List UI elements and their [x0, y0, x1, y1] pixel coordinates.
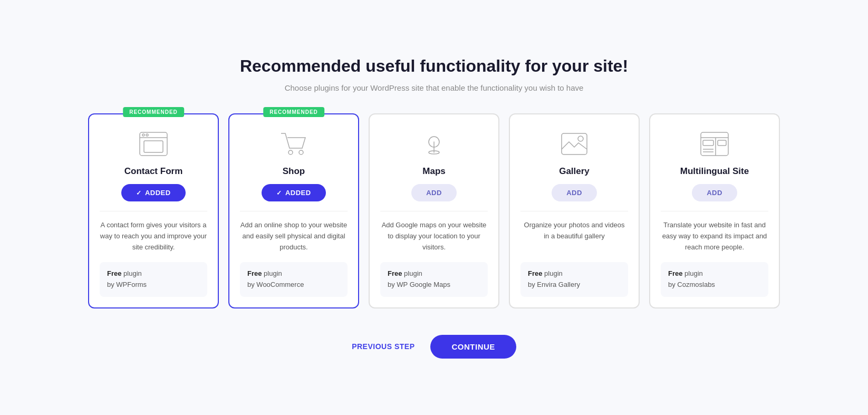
- recommended-badge: RECOMMENDED: [263, 107, 324, 117]
- recommended-badge: RECOMMENDED: [123, 107, 184, 117]
- card-icon-maps: [417, 129, 451, 159]
- card-icon-shop: [277, 129, 311, 159]
- card-icon-contact-form: [137, 129, 170, 159]
- card-description-gallery: Organize your photos and videos in a bea…: [520, 220, 628, 253]
- svg-point-10: [578, 136, 583, 141]
- add-button-multilingual[interactable]: ADD: [692, 184, 737, 201]
- card-title-contact-form: Contact Form: [124, 166, 183, 177]
- card-footer-text-gallery: Free pluginby Envira Gallery: [528, 268, 621, 291]
- svg-point-2: [142, 134, 144, 136]
- card-footer-text-contact-form: Free pluginby WPForms: [107, 268, 200, 291]
- added-button-contact-form[interactable]: ✓ADDED: [121, 184, 185, 201]
- card-footer-shop: Free pluginby WooCommerce: [240, 262, 348, 297]
- continue-button[interactable]: CONTINUE: [430, 335, 516, 359]
- svg-point-6: [299, 150, 303, 155]
- footer-actions: PREVIOUS STEP CONTINUE: [352, 335, 516, 359]
- card-title-maps: Maps: [422, 166, 445, 177]
- card-footer-text-maps: Free pluginby WP Google Maps: [388, 268, 480, 291]
- card-maps: Maps ADD Add Google maps on your website…: [369, 113, 499, 308]
- checkmark-icon: ✓: [276, 189, 282, 197]
- page-title: Recommended useful functionality for you…: [240, 56, 628, 76]
- card-footer-text-shop: Free pluginby WooCommerce: [247, 268, 340, 291]
- card-footer-maps: Free pluginby WP Google Maps: [380, 262, 488, 297]
- card-shop: RECOMMENDED Shop ✓ADDED Add an online sh…: [228, 113, 359, 308]
- checkmark-icon: ✓: [136, 189, 142, 197]
- page-subtitle: Choose plugins for your WordPress site t…: [240, 83, 628, 92]
- svg-rect-17: [718, 140, 726, 146]
- previous-step-button[interactable]: PREVIOUS STEP: [352, 342, 414, 351]
- card-multilingual: Multilingual Site ADD Translate your web…: [649, 113, 780, 308]
- card-icon-gallery: [557, 129, 591, 159]
- card-divider-maps: [380, 211, 488, 211]
- card-footer-text-multilingual: Free pluginby Cozmoslabs: [668, 268, 761, 291]
- svg-rect-9: [562, 133, 587, 155]
- card-title-shop: Shop: [283, 166, 305, 177]
- card-title-gallery: Gallery: [559, 166, 590, 177]
- card-description-shop: Add an online shop to your website and e…: [240, 220, 348, 253]
- svg-point-3: [146, 134, 148, 136]
- card-description-multilingual: Translate your website in fast and easy …: [661, 220, 768, 253]
- card-gallery: Gallery ADD Organize your photos and vid…: [509, 113, 640, 308]
- add-button-maps[interactable]: ADD: [411, 184, 457, 201]
- card-icon-multilingual: [698, 129, 731, 159]
- add-button-gallery[interactable]: ADD: [552, 184, 597, 201]
- card-divider-gallery: [520, 211, 628, 211]
- card-divider-multilingual: [661, 211, 768, 211]
- added-button-shop[interactable]: ✓ADDED: [262, 184, 325, 201]
- cards-container: RECOMMENDED Contact Form ✓ADDED A contac…: [88, 113, 780, 308]
- svg-rect-4: [144, 141, 163, 152]
- card-divider-contact-form: [100, 211, 207, 211]
- card-footer-gallery: Free pluginby Envira Gallery: [520, 262, 628, 297]
- svg-rect-14: [703, 140, 713, 146]
- card-description-maps: Add Google maps on your website to displ…: [380, 220, 488, 253]
- card-footer-multilingual: Free pluginby Cozmoslabs: [661, 262, 768, 297]
- card-description-contact-form: A contact form gives your visitors a way…: [100, 220, 207, 253]
- card-divider-shop: [240, 211, 348, 211]
- page-header: Recommended useful functionality for you…: [240, 56, 628, 92]
- card-title-multilingual: Multilingual Site: [680, 166, 749, 177]
- svg-point-5: [288, 150, 293, 155]
- card-footer-contact-form: Free pluginby WPForms: [100, 262, 207, 297]
- card-contact-form: RECOMMENDED Contact Form ✓ADDED A contac…: [88, 113, 219, 308]
